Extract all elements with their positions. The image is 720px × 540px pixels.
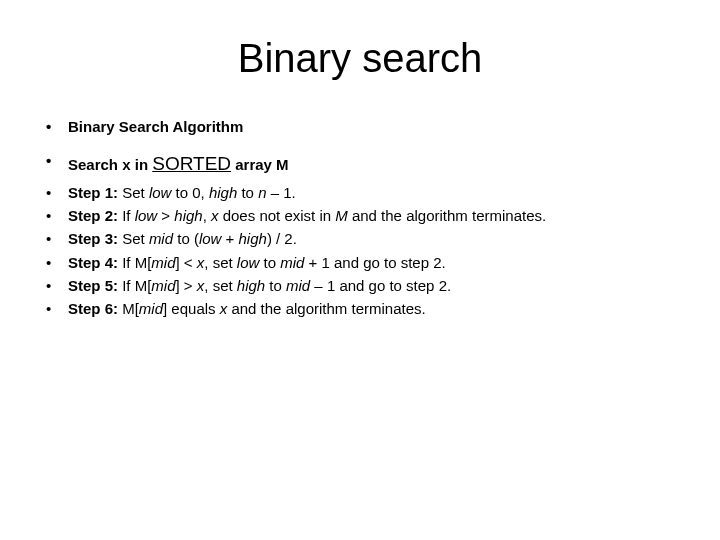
list-heading: Binary Search Algorithm: [40, 117, 680, 137]
italic-term: mid: [149, 230, 173, 247]
italic-term: high: [237, 277, 265, 294]
slide: Binary search Binary Search Algorithm Se…: [0, 0, 720, 540]
subhead-pre: Search x in: [68, 156, 152, 173]
italic-term: M: [335, 207, 348, 224]
italic-term: low: [149, 184, 172, 201]
italic-term: mid: [280, 254, 304, 271]
italic-term: mid: [139, 300, 163, 317]
italic-term: high: [209, 184, 237, 201]
step-label: Step 4:: [68, 254, 118, 271]
italic-term: low: [135, 207, 158, 224]
italic-term: x: [220, 300, 228, 317]
italic-term: mid: [151, 254, 175, 271]
subhead-post: array M: [231, 156, 289, 173]
step-label: Step 5:: [68, 277, 118, 294]
bullet-list: Binary Search Algorithm Search x in SORT…: [40, 117, 680, 319]
list-item: Step 2: If low > high, x does not exist …: [40, 206, 680, 226]
italic-term: low: [237, 254, 260, 271]
list-item: Step 3: Set mid to (low + high) / 2.: [40, 229, 680, 249]
italic-term: mid: [151, 277, 175, 294]
list-item: Step 4: If M[mid] < x, set low to mid + …: [40, 253, 680, 273]
italic-term: mid: [286, 277, 310, 294]
italic-term: x: [211, 207, 219, 224]
italic-term: x: [197, 277, 205, 294]
list-item: Step 6: M[mid] equals x and the algorith…: [40, 299, 680, 319]
list-item: Step 5: If M[mid] > x, set high to mid –…: [40, 276, 680, 296]
step-label: Step 3:: [68, 230, 118, 247]
list-subheading: Search x in SORTED array M: [40, 151, 680, 177]
italic-term: low: [199, 230, 222, 247]
italic-term: high: [239, 230, 267, 247]
step-label: Step 1:: [68, 184, 118, 201]
italic-term: x: [197, 254, 205, 271]
step-label: Step 2:: [68, 207, 118, 224]
list-item: Step 1: Set low to 0, high to n – 1.: [40, 183, 680, 203]
subhead-sorted: SORTED: [152, 153, 231, 174]
italic-term: high: [174, 207, 202, 224]
step-label: Step 6:: [68, 300, 118, 317]
italic-term: n: [258, 184, 266, 201]
slide-title: Binary search: [40, 36, 680, 81]
